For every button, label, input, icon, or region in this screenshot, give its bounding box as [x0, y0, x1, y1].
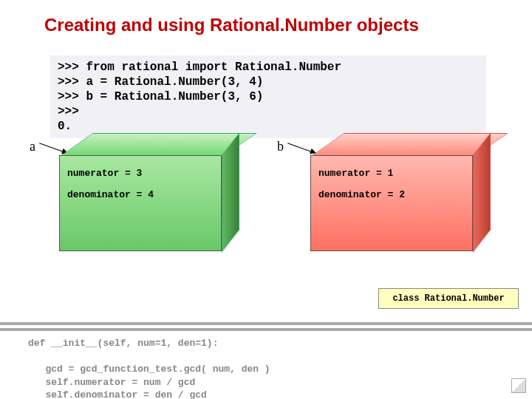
divider-stripe	[0, 322, 532, 325]
slide-title: Creating and using Rational.Number objec…	[44, 15, 419, 35]
object-b-cube: numerator = 1 denominator = 2	[310, 133, 473, 251]
cube-front-face: numerator = 1 denominator = 2	[310, 155, 473, 251]
class-label-box: class Rational.Number	[378, 288, 519, 309]
page-corner-icon	[511, 378, 526, 393]
object-a-denominator: denominator = 4	[67, 189, 214, 200]
object-b-numerator: numerator = 1	[318, 168, 465, 179]
divider-stripe	[0, 328, 532, 331]
label-a: a	[30, 139, 35, 154]
object-a-numerator: numerator = 3	[67, 168, 214, 179]
object-a-cube: numerator = 3 denominator = 4	[59, 133, 222, 251]
faded-init-code: def __init__(self, num=1, den=1): gcd = …	[28, 337, 270, 399]
cube-side-face	[222, 132, 239, 253]
object-b-denominator: denominator = 2	[318, 189, 465, 200]
repl-code-block: >>> from rational import Rational.Number…	[50, 55, 486, 138]
cube-side-face	[473, 132, 491, 253]
cube-front-face: numerator = 3 denominator = 4	[59, 155, 222, 251]
label-b: b	[277, 139, 284, 154]
